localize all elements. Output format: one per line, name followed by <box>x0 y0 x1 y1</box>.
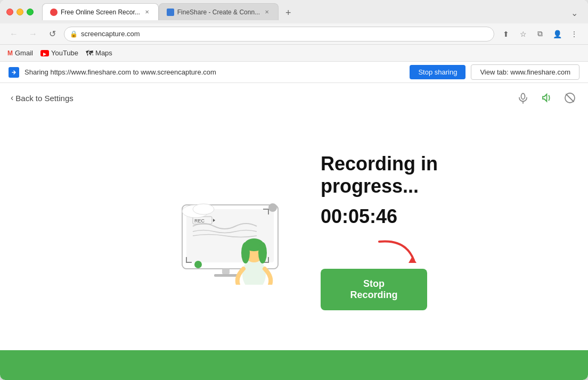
maximize-button[interactable] <box>27 9 34 15</box>
new-tab-button[interactable]: + <box>281 5 296 20</box>
mic-icon[interactable] <box>516 90 530 105</box>
forward-nav-button[interactable]: → <box>26 27 40 42</box>
tab-expand-button[interactable]: ⌄ <box>567 5 582 20</box>
bookmark-youtube[interactable]: ▶ YouTube <box>40 49 78 57</box>
tab-close-2[interactable]: ✕ <box>263 9 271 16</box>
gmail-icon: M <box>7 49 13 57</box>
tab-label-1: Free Online Screen Recor... <box>61 9 140 16</box>
address-bar-actions: ⬆ ☆ ⧉ 👤 ⋮ <box>499 27 582 42</box>
sharing-icon <box>9 67 19 78</box>
youtube-icon: ▶ <box>40 50 49 56</box>
tab-close-1[interactable]: ✕ <box>143 9 151 16</box>
svg-point-21 <box>193 204 214 214</box>
bookmarks-bar: M Gmail ▶ YouTube 🗺 Maps <box>0 45 588 62</box>
profile-button[interactable]: 👤 <box>550 27 565 42</box>
tab-label-2: FineShare - Create & Conn... <box>177 9 260 16</box>
gmail-label: Gmail <box>15 49 33 57</box>
sound-icon[interactable] <box>539 90 554 105</box>
title-bar: Free Online Screen Recor... ✕ FineShare … <box>0 0 588 23</box>
stop-sharing-button[interactable]: Stop sharing <box>410 65 466 79</box>
close-button[interactable] <box>6 9 13 15</box>
svg-point-18 <box>241 242 250 263</box>
page-toolbar: ‹ Back to Settings <box>0 83 588 113</box>
bookmark-button[interactable]: ☆ <box>516 27 530 42</box>
svg-rect-14 <box>214 274 238 277</box>
reload-button[interactable]: ↺ <box>45 27 60 42</box>
recording-info: Recording in progress... 00:05:46 Stop R… <box>321 153 438 310</box>
svg-point-19 <box>258 242 267 263</box>
recording-timer: 00:05:46 <box>321 205 438 228</box>
bottom-green-bar <box>0 350 588 380</box>
recording-area: REC <box>0 113 588 350</box>
svg-line-4 <box>566 94 574 102</box>
svg-point-1 <box>521 94 525 100</box>
sharing-text: Sharing https://www.fineshare.com to www… <box>24 68 404 76</box>
svg-point-11 <box>194 261 202 268</box>
back-chevron-icon: ‹ <box>11 93 13 103</box>
bookmark-maps[interactable]: 🗺 Maps <box>86 49 112 57</box>
svg-rect-13 <box>222 269 230 274</box>
tab-fineshare[interactable]: FineShare - Create & Conn... ✕ <box>159 3 279 20</box>
lock-icon: 🔒 <box>70 30 78 38</box>
address-text: screencapture.com <box>81 30 140 38</box>
tab-favicon-2 <box>167 9 174 16</box>
traffic-lights <box>6 9 34 15</box>
camera-off-icon[interactable] <box>562 90 577 105</box>
address-bar[interactable]: 🔒 screencapture.com <box>64 27 494 42</box>
sharing-bar: Sharing https://www.fineshare.com to www… <box>0 62 588 83</box>
back-nav-button[interactable]: ← <box>6 27 21 42</box>
recording-illustration: REC <box>150 178 289 285</box>
maps-icon: 🗺 <box>86 49 93 57</box>
back-to-settings-label: Back to Settings <box>15 94 73 103</box>
tab-screen-recorder[interactable]: Free Online Screen Recor... ✕ <box>42 3 159 20</box>
address-bar-row: ← → ↺ 🔒 screencapture.com ⬆ ☆ ⧉ 👤 ⋮ <box>0 23 588 45</box>
svg-point-12 <box>268 203 277 212</box>
maps-label: Maps <box>95 49 112 57</box>
browser-window: Free Online Screen Recor... ✕ FineShare … <box>0 0 588 380</box>
arrow-container <box>321 236 438 266</box>
menu-button[interactable]: ⋮ <box>567 27 582 42</box>
recording-title: Recording in progress... <box>321 153 438 197</box>
bookmark-gmail[interactable]: M Gmail <box>7 49 33 57</box>
recording-title-line2: progress... <box>321 175 438 197</box>
tab-view-button[interactable]: ⧉ <box>533 27 548 42</box>
svg-text:REC: REC <box>194 218 205 224</box>
share-page-button[interactable]: ⬆ <box>499 27 513 42</box>
toolbar-right-icons <box>516 90 577 105</box>
tab-favicon-1 <box>50 9 58 16</box>
back-to-settings-link[interactable]: ‹ Back to Settings <box>11 93 74 103</box>
page-content: ‹ Back to Settings <box>0 83 588 380</box>
youtube-label: YouTube <box>51 49 78 57</box>
minimize-button[interactable] <box>17 9 23 15</box>
tabs-area: Free Online Screen Recor... ✕ FineShare … <box>38 3 582 20</box>
view-tab-button[interactable]: View tab: www.fineshare.com <box>471 64 579 80</box>
svg-marker-22 <box>409 257 416 263</box>
stop-recording-button[interactable]: Stop Recording <box>321 269 427 310</box>
recording-title-line1: Recording in <box>321 153 438 175</box>
